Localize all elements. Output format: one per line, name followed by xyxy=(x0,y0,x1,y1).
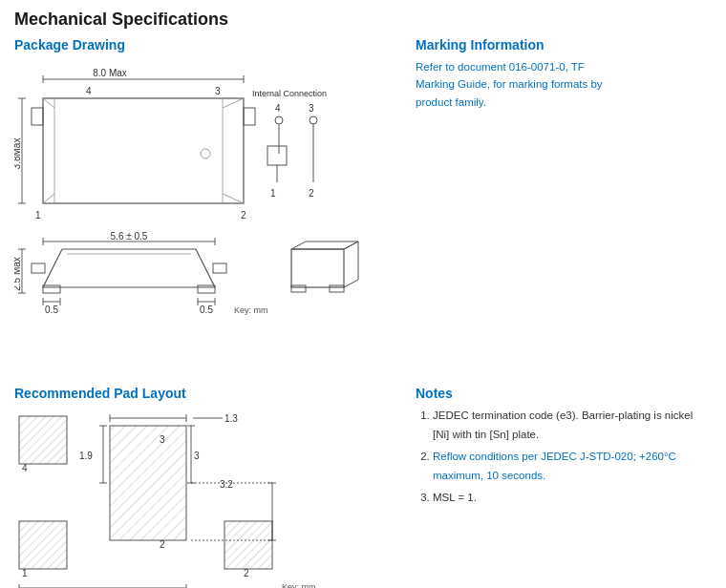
svg-line-12 xyxy=(43,98,54,108)
svg-text:8.0 Max: 8.0 Max xyxy=(93,68,127,78)
svg-rect-31 xyxy=(198,285,215,293)
notes-list: JEDEC termination code (e3). Barrier-pla… xyxy=(416,407,712,508)
svg-line-47 xyxy=(344,242,358,249)
svg-text:0.5: 0.5 xyxy=(200,304,213,315)
svg-point-56 xyxy=(310,116,317,124)
svg-text:2.5 Max: 2.5 Max xyxy=(14,257,22,291)
svg-line-15 xyxy=(223,194,244,203)
note-item-2: Reflow conditions per JEDEC J-STD-020; +… xyxy=(433,448,712,485)
svg-point-11 xyxy=(201,149,210,158)
svg-text:0.5: 0.5 xyxy=(45,304,58,315)
svg-rect-28 xyxy=(32,263,45,273)
svg-rect-71 xyxy=(224,521,272,569)
note-item-3: MSL = 1. xyxy=(433,489,712,508)
page-title: Mechanical Specifications xyxy=(14,10,712,30)
pad-layout-section: Recommended Pad Layout 4 1 3 2 xyxy=(14,386,377,588)
package-drawing-section: Package Drawing 8.0 Max 4 3 xyxy=(14,37,377,367)
svg-text:1: 1 xyxy=(270,188,276,199)
note-text-2: Reflow conditions per JEDEC J-STD-020; +… xyxy=(433,451,676,481)
svg-text:2: 2 xyxy=(160,539,165,550)
svg-rect-50 xyxy=(291,285,306,292)
pad-layout-svg: 4 1 3 2 2 xyxy=(14,407,368,588)
package-drawing-title: Package Drawing xyxy=(14,37,377,52)
svg-text:3: 3 xyxy=(160,434,165,445)
note-item-1: JEDEC termination code (e3). Barrier-pla… xyxy=(433,407,712,444)
svg-text:3.2: 3.2 xyxy=(220,479,233,490)
svg-text:4: 4 xyxy=(275,103,281,114)
svg-line-13 xyxy=(43,194,54,203)
notes-title: Notes xyxy=(416,386,712,401)
svg-text:3: 3 xyxy=(194,451,200,461)
svg-text:3: 3 xyxy=(309,103,314,114)
svg-text:Key:  mm: Key: mm xyxy=(234,305,268,315)
svg-text:3.8Max: 3.8Max xyxy=(14,138,22,170)
svg-rect-29 xyxy=(213,263,226,273)
svg-text:4: 4 xyxy=(22,463,28,473)
svg-rect-66 xyxy=(19,521,67,569)
svg-rect-59 xyxy=(267,146,287,165)
svg-rect-51 xyxy=(330,285,344,292)
svg-rect-30 xyxy=(43,285,60,293)
note-text-1: JEDEC termination code (e3). Barrier-pla… xyxy=(433,410,693,440)
page-container: Mechanical Specifications Package Drawin… xyxy=(14,10,712,588)
marking-info-text: Refer to document 016-0071-0, TF Marking… xyxy=(416,58,626,111)
svg-rect-64 xyxy=(19,416,67,464)
svg-rect-68 xyxy=(110,426,186,540)
svg-text:1.3: 1.3 xyxy=(224,413,238,424)
svg-text:Key:  mm: Key: mm xyxy=(282,582,316,588)
svg-text:2: 2 xyxy=(241,210,246,220)
notes-section: Notes JEDEC termination code (e3). Barri… xyxy=(396,386,712,588)
note-text-3: MSL = 1. xyxy=(433,492,477,503)
svg-text:1.9: 1.9 xyxy=(79,451,93,461)
svg-line-48 xyxy=(344,280,358,287)
bottom-row: Recommended Pad Layout 4 1 3 2 xyxy=(14,386,712,588)
svg-text:1: 1 xyxy=(35,210,41,220)
package-drawing-svg: 8.0 Max 4 3 xyxy=(14,58,368,364)
svg-line-14 xyxy=(223,98,244,108)
top-row: Package Drawing 8.0 Max 4 3 xyxy=(14,37,712,367)
svg-text:3: 3 xyxy=(215,86,221,96)
pad-layout-area: 4 1 3 2 2 xyxy=(14,407,377,588)
svg-text:2: 2 xyxy=(309,188,314,199)
pad-layout-title: Recommended Pad Layout xyxy=(14,386,377,401)
marking-info-section: Marking Information Refer to document 01… xyxy=(396,37,712,367)
svg-text:5.6 ± 0.5: 5.6 ± 0.5 xyxy=(111,231,148,242)
svg-text:2: 2 xyxy=(244,568,249,578)
package-drawing-area: 8.0 Max 4 3 xyxy=(14,58,377,367)
svg-text:4: 4 xyxy=(86,86,92,96)
svg-text:Internal Connection: Internal Connection xyxy=(252,89,327,98)
svg-rect-6 xyxy=(43,98,244,203)
marking-info-title: Marking Information xyxy=(416,37,712,52)
svg-rect-7 xyxy=(32,108,43,125)
svg-text:1: 1 xyxy=(22,568,28,578)
svg-rect-45 xyxy=(291,249,344,287)
svg-point-55 xyxy=(275,116,283,124)
svg-rect-8 xyxy=(244,108,255,125)
svg-marker-46 xyxy=(291,242,358,249)
svg-marker-26 xyxy=(43,249,215,287)
